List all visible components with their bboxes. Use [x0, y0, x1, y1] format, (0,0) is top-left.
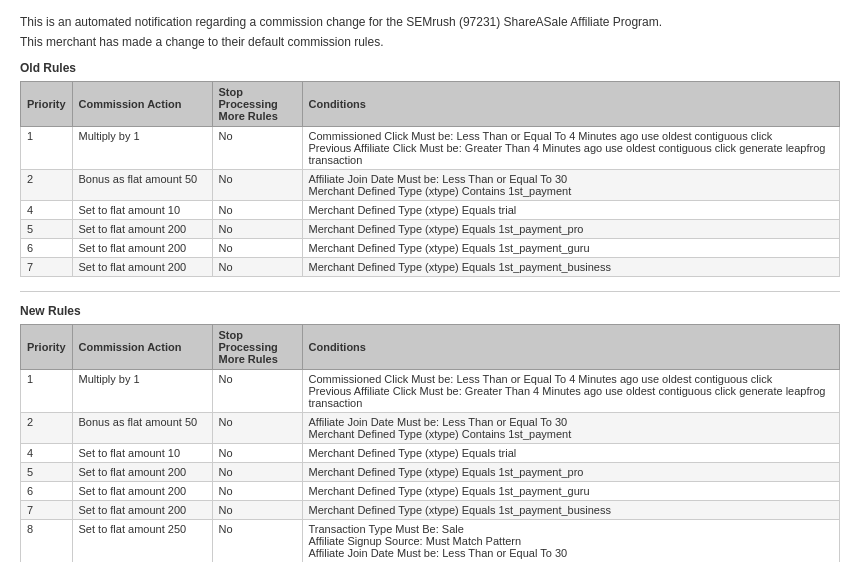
cell-conditions: Merchant Defined Type (xtype) Equals 1st…: [302, 463, 839, 482]
cell-stop: No: [212, 520, 302, 563]
old-col-stop: Stop ProcessingMore Rules: [212, 82, 302, 127]
cell-conditions: Merchant Defined Type (xtype) Equals 1st…: [302, 501, 839, 520]
cell-conditions: Transaction Type Must Be: SaleAffiliate …: [302, 520, 839, 563]
table-row: 4 Set to flat amount 10 No Merchant Defi…: [21, 444, 840, 463]
table-row: 8 Set to flat amount 250 No Transaction …: [21, 520, 840, 563]
cell-stop: No: [212, 482, 302, 501]
cell-action: Set to flat amount 200: [72, 239, 212, 258]
cell-stop: No: [212, 444, 302, 463]
cell-action: Bonus as flat amount 50: [72, 413, 212, 444]
cell-stop: No: [212, 370, 302, 413]
cell-priority: 8: [21, 520, 73, 563]
cell-action: Multiply by 1: [72, 127, 212, 170]
intro-line1: This is an automated notification regard…: [20, 15, 840, 29]
cell-conditions: Merchant Defined Type (xtype) Equals 1st…: [302, 239, 839, 258]
table-row: 6 Set to flat amount 200 No Merchant Def…: [21, 482, 840, 501]
cell-priority: 6: [21, 482, 73, 501]
cell-action: Bonus as flat amount 50: [72, 170, 212, 201]
cell-action: Set to flat amount 200: [72, 482, 212, 501]
cell-conditions: Commissioned Click Must be: Less Than or…: [302, 370, 839, 413]
cell-stop: No: [212, 127, 302, 170]
cell-priority: 2: [21, 413, 73, 444]
cell-action: Set to flat amount 200: [72, 220, 212, 239]
cell-priority: 4: [21, 201, 73, 220]
table-row: 6 Set to flat amount 200 No Merchant Def…: [21, 239, 840, 258]
cell-stop: No: [212, 220, 302, 239]
cell-priority: 1: [21, 127, 73, 170]
section-divider: [20, 291, 840, 292]
cell-conditions: Commissioned Click Must be: Less Than or…: [302, 127, 839, 170]
new-col-priority: Priority: [21, 325, 73, 370]
cell-action: Set to flat amount 200: [72, 258, 212, 277]
old-rules-table: Priority Commission Action Stop Processi…: [20, 81, 840, 277]
cell-priority: 7: [21, 258, 73, 277]
cell-action: Set to flat amount 200: [72, 501, 212, 520]
table-row: 7 Set to flat amount 200 No Merchant Def…: [21, 501, 840, 520]
old-col-conditions: Conditions: [302, 82, 839, 127]
cell-conditions: Merchant Defined Type (xtype) Equals tri…: [302, 201, 839, 220]
cell-stop: No: [212, 463, 302, 482]
table-row: 2 Bonus as flat amount 50 No Affiliate J…: [21, 170, 840, 201]
table-row: 7 Set to flat amount 200 No Merchant Def…: [21, 258, 840, 277]
table-row: 2 Bonus as flat amount 50 No Affiliate J…: [21, 413, 840, 444]
new-col-stop: Stop ProcessingMore Rules: [212, 325, 302, 370]
cell-conditions: Merchant Defined Type (xtype) Equals 1st…: [302, 482, 839, 501]
cell-priority: 7: [21, 501, 73, 520]
cell-conditions: Affiliate Join Date Must be: Less Than o…: [302, 170, 839, 201]
cell-stop: No: [212, 170, 302, 201]
cell-stop: No: [212, 258, 302, 277]
table-row: 1 Multiply by 1 No Commissioned Click Mu…: [21, 127, 840, 170]
new-rules-title: New Rules: [20, 304, 840, 318]
table-row: 5 Set to flat amount 200 No Merchant Def…: [21, 463, 840, 482]
cell-action: Set to flat amount 250: [72, 520, 212, 563]
cell-action: Set to flat amount 200: [72, 463, 212, 482]
new-rules-table: Priority Commission Action Stop Processi…: [20, 324, 840, 562]
old-rules-title: Old Rules: [20, 61, 840, 75]
cell-priority: 4: [21, 444, 73, 463]
old-col-priority: Priority: [21, 82, 73, 127]
cell-stop: No: [212, 239, 302, 258]
new-col-conditions: Conditions: [302, 325, 839, 370]
new-col-commission: Commission Action: [72, 325, 212, 370]
table-row: 5 Set to flat amount 200 No Merchant Def…: [21, 220, 840, 239]
cell-conditions: Merchant Defined Type (xtype) Equals 1st…: [302, 258, 839, 277]
table-row: 1 Multiply by 1 No Commissioned Click Mu…: [21, 370, 840, 413]
cell-action: Multiply by 1: [72, 370, 212, 413]
cell-stop: No: [212, 413, 302, 444]
cell-stop: No: [212, 201, 302, 220]
cell-priority: 2: [21, 170, 73, 201]
cell-priority: 5: [21, 463, 73, 482]
cell-priority: 5: [21, 220, 73, 239]
cell-conditions: Affiliate Join Date Must be: Less Than o…: [302, 413, 839, 444]
old-col-commission: Commission Action: [72, 82, 212, 127]
table-row: 4 Set to flat amount 10 No Merchant Defi…: [21, 201, 840, 220]
cell-conditions: Merchant Defined Type (xtype) Equals tri…: [302, 444, 839, 463]
cell-action: Set to flat amount 10: [72, 201, 212, 220]
intro-line2: This merchant has made a change to their…: [20, 35, 840, 49]
cell-stop: No: [212, 501, 302, 520]
cell-conditions: Merchant Defined Type (xtype) Equals 1st…: [302, 220, 839, 239]
cell-priority: 6: [21, 239, 73, 258]
cell-action: Set to flat amount 10: [72, 444, 212, 463]
cell-priority: 1: [21, 370, 73, 413]
